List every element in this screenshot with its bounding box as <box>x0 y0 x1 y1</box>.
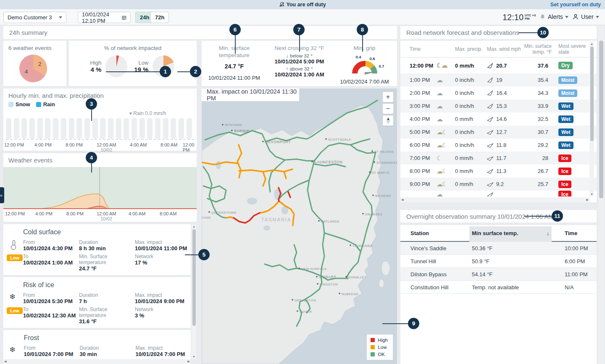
table-row[interactable]: Tunnel Hill50.9 °F6:00 PM <box>400 255 597 268</box>
scroll-left-arrow[interactable]: ◀ <box>4 360 6 363</box>
snowflake-icon <box>9 345 18 356</box>
table-row[interactable]: Vince's Saddle50.36 °F10:00 PM <box>400 242 597 255</box>
col-precip[interactable]: Max. precip. <box>455 46 487 52</box>
scrollbar-thumb[interactable] <box>590 47 594 141</box>
table-row[interactable]: 2:00 PM0 inch/h 16.4 34.3 Moist <box>400 86 597 100</box>
table-row[interactable]: 5:00 PM0 inch/h 12.7 30.7 Wet <box>400 126 597 139</box>
scroll-right-arrow[interactable]: ▶ <box>587 198 589 202</box>
user-icon <box>572 13 579 20</box>
col-station[interactable]: Station <box>410 230 472 236</box>
forecast-title: Road network forecast and observations <box>406 29 519 36</box>
overnight-table-card: Station Min surface temp.↓ Time Vince's … <box>400 225 597 364</box>
event-title: Cold surface <box>23 228 191 236</box>
callout-line <box>382 323 408 324</box>
col-temp[interactable]: Min. surface temp. °F <box>524 43 554 55</box>
snow-legend-label: Snow <box>16 101 30 107</box>
map-zoom-controls: + − <box>382 92 394 126</box>
event-list-scrollbar[interactable]: ▲ ▼ <box>192 224 196 359</box>
zoom-in-button[interactable]: + <box>382 92 394 102</box>
event-card-list: Low Cold surface From10/01/2024 4:30 PM … <box>3 224 197 364</box>
svg-text:TRIABUNNA: TRIABUNNA <box>352 244 373 248</box>
svg-text:KINGSTON: KINGSTON <box>320 283 338 286</box>
scroll-up-arrow[interactable]: ▲ <box>589 42 594 46</box>
table-row[interactable]: 6:00 PM0 inch/h 11.8 29.2 Wet <box>400 139 597 152</box>
forecast-table-card: Time Max. precip. Max. wind mph Min. sur… <box>400 41 597 202</box>
forecast-hscrollbar[interactable]: ◀▶ <box>400 197 589 202</box>
precipitation-title: Hourly min. and max. precipitation <box>8 92 197 99</box>
weather-events-chart[interactable]: « <box>3 167 197 209</box>
road-network-map[interactable]: WYNYARD BURNIE DEVONPORT SCOTTSDALE ST H… <box>202 89 397 364</box>
axis-tick: 12:00 PM <box>183 142 197 152</box>
zoom-out-button[interactable]: − <box>382 103 394 114</box>
event-list-hscrollbar[interactable]: ◀▶ <box>3 359 191 364</box>
user-label: User <box>581 13 594 20</box>
bell-icon <box>539 14 546 20</box>
wind-direction-icon <box>487 77 494 83</box>
duty-status-text: You are off duty <box>287 2 326 8</box>
weather-icon <box>437 191 455 196</box>
legend-item-high: High <box>371 338 388 343</box>
table-row[interactable]: Constitution HillTemp. not availableN/A <box>400 281 597 294</box>
rain-legend-swatch <box>36 102 41 107</box>
precipitation-bars[interactable] <box>6 117 194 140</box>
region-label: TASMANIA <box>261 217 291 222</box>
range-72h-button[interactable]: 72h <box>150 12 169 23</box>
scroll-down-arrow[interactable]: ▼ <box>192 354 196 359</box>
axis-tick: 8:00 AM <box>160 142 177 147</box>
svg-text:DOVER: DOVER <box>300 310 312 314</box>
weather-events-chart-card: Weather events « 12:00 PM 4:00 PM 8:00 P… <box>3 153 197 222</box>
scroll-up-arrow[interactable]: ▲ <box>192 224 196 229</box>
datetime-input[interactable]: 10/01/2024 12:10 PM <box>78 12 131 23</box>
collapse-panel-tab[interactable]: « <box>0 187 4 203</box>
table-row[interactable]: 9:00 PM0 mm/h 9.2 25.7 Ice <box>400 178 597 191</box>
table-row[interactable]: 4:00 PM0 mm/h 14.6 32.5 Wet <box>400 113 597 126</box>
scroll-down-arrow[interactable]: ▼ <box>589 192 594 196</box>
field-label: From <box>23 292 79 298</box>
scrollbar-thumb[interactable] <box>192 229 196 326</box>
set-on-duty-link[interactable]: Set yourself on duty <box>550 2 601 8</box>
user-menu[interactable]: User <box>572 13 599 20</box>
col-time[interactable]: Time <box>559 230 597 236</box>
col-wind[interactable]: Max. wind mph <box>487 46 524 52</box>
table-row[interactable]: 8:00 PM0 mm/h 11.3 26.7 Ice <box>400 165 597 178</box>
state-badge: Moist <box>558 89 577 97</box>
forecast-scrollbar[interactable]: ▲ ▼ <box>589 42 594 196</box>
table-row[interactable]: Dilston Bypass54.14 °F11:00 PM <box>400 268 597 281</box>
calendar-icon <box>122 15 126 21</box>
table-row[interactable]: 12:00 PM0 mm/h 20.7 37.6 Dry <box>400 58 597 73</box>
map-city: GEEVESTON <box>292 299 316 302</box>
event-card-cold-surface[interactable]: Low Cold surface From10/01/2024 4:30 PM … <box>3 224 191 275</box>
alerts-menu[interactable]: Alerts <box>539 13 568 20</box>
scroll-right-arrow[interactable]: ▶ <box>188 360 190 363</box>
state-badge: Moist <box>558 76 577 84</box>
sort-desc-icon[interactable]: ↓ <box>547 230 550 236</box>
svg-text:0.6: 0.6 <box>369 56 375 61</box>
axis-tick: 12:00 PM <box>5 211 25 216</box>
col-state[interactable]: Most severe state <box>554 43 588 55</box>
svg-text:BICHENO: BICHENO <box>375 194 391 198</box>
table-row[interactable]: 3:00 PM0 inch/h 15.3 33.9 Wet <box>400 100 597 113</box>
event-card-risk-of-ice[interactable]: Low Risk of ice From10/01/2024 5:30 PM D… <box>3 277 191 328</box>
axis-tick-sub: 10/02 <box>97 147 116 152</box>
ok-swatch <box>371 352 375 356</box>
col-time[interactable]: Time <box>410 46 437 52</box>
field-value: 31.6 °F <box>79 318 135 325</box>
map-city: ST HELENS <box>371 150 394 154</box>
customer-select[interactable]: Demo Customer 3 <box>3 12 66 23</box>
scroll-left-arrow[interactable]: ◀ <box>401 198 403 202</box>
col-min-surface-temp[interactable]: Min surface temp.↓ <box>472 230 559 236</box>
table-row[interactable]: 1:00 PM0 inch/h 19 35.4 Moist <box>400 73 597 86</box>
map-city: KINGSTON <box>317 283 338 286</box>
weather-icon <box>437 168 455 175</box>
axis-tick: 12:00 PM <box>4 142 24 147</box>
callout-line <box>518 32 538 33</box>
scrollbar-thumb[interactable] <box>599 41 603 198</box>
axis-tick: 12:00 AM <box>97 211 116 216</box>
weather-icon <box>437 115 455 123</box>
severity-badge: Low <box>7 307 23 314</box>
customer-select-value: Demo Customer 3 <box>8 14 52 21</box>
table-row-clipped[interactable]: Ice <box>400 191 597 196</box>
page-scrollbar[interactable] <box>598 26 604 364</box>
compass-button[interactable] <box>382 115 394 126</box>
table-row[interactable]: 7:00 PM0 mm/h 11.7 28 Ice <box>400 152 597 165</box>
